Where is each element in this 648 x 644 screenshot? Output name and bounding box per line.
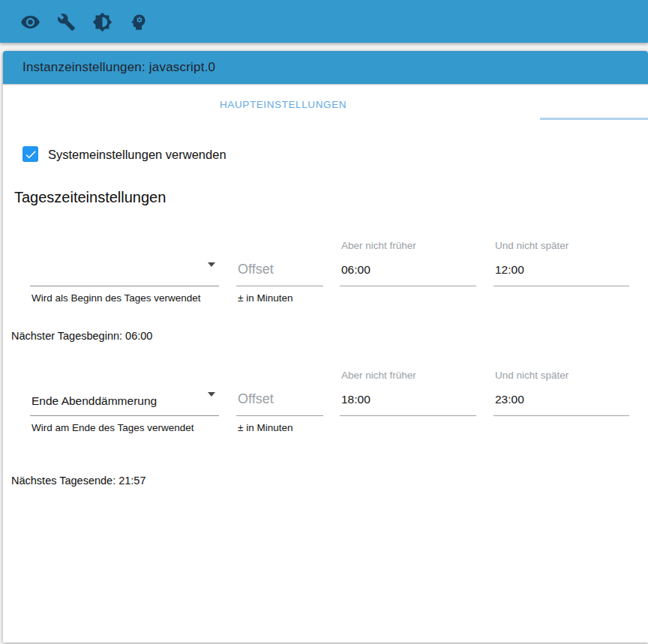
tab-indicator bbox=[540, 118, 648, 120]
day-end-not-earlier-label: Aber nicht früher bbox=[341, 370, 416, 381]
eye-icon bbox=[20, 12, 40, 32]
dialog-header: Instanzeinstellungen: javascript.0 bbox=[3, 51, 648, 84]
next-day-start-text: Nächster Tagesbeginn: 06:00 bbox=[11, 330, 152, 342]
visibility-button[interactable] bbox=[20, 11, 40, 32]
day-end-offset-input[interactable] bbox=[236, 388, 323, 416]
expert-mode-button[interactable] bbox=[128, 11, 148, 32]
section-title: Tageszeiteinstellungen bbox=[14, 189, 166, 206]
tab-haupteinstellungen[interactable]: HAUPTEINSTELLUNGEN bbox=[220, 99, 346, 110]
day-start-not-earlier-input[interactable] bbox=[340, 259, 476, 286]
instance-settings-dialog: Instanzeinstellungen: javascript.0 HAUPT… bbox=[3, 51, 648, 643]
day-end-offset-helper: ± in Minuten bbox=[238, 422, 292, 433]
day-end-not-later-input[interactable] bbox=[494, 388, 629, 416]
day-start-not-later-label: Und nicht später bbox=[495, 240, 568, 251]
brightness-icon bbox=[92, 12, 112, 32]
wrench-icon bbox=[57, 13, 76, 31]
chevron-down-icon bbox=[208, 392, 215, 397]
next-day-end-text: Nächstes Tagesende: 21:57 bbox=[11, 475, 146, 487]
system-settings-checkbox[interactable] bbox=[22, 146, 38, 162]
day-end-select-helper: Wird am Ende des Tages verwendet bbox=[32, 422, 194, 433]
day-end-select[interactable]: Ende Abenddämmerung bbox=[30, 380, 219, 416]
system-settings-label: Systemeinstellungen verwenden bbox=[48, 148, 226, 162]
expert-mode-icon bbox=[128, 12, 148, 32]
day-end-select-value: Ende Abenddämmerung bbox=[32, 394, 157, 408]
dialog-title: Instanzeinstellungen: javascript.0 bbox=[22, 60, 215, 75]
day-start-not-earlier-label: Aber nicht früher bbox=[341, 240, 416, 251]
chevron-down-icon bbox=[208, 262, 215, 267]
day-start-offset-helper: ± in Minuten bbox=[238, 292, 292, 304]
settings-wrench-button[interactable] bbox=[56, 11, 76, 32]
day-start-offset-input[interactable] bbox=[236, 259, 323, 286]
check-icon bbox=[24, 148, 38, 161]
day-end-not-earlier-input[interactable] bbox=[340, 388, 476, 416]
day-start-select[interactable] bbox=[30, 250, 219, 286]
day-start-not-later-input[interactable] bbox=[494, 259, 629, 286]
top-toolbar bbox=[0, 0, 648, 43]
theme-brightness-button[interactable] bbox=[92, 11, 112, 32]
day-start-select-helper: Wird als Beginn des Tages verwendet bbox=[32, 292, 201, 304]
day-end-not-later-label: Und nicht später bbox=[495, 370, 568, 381]
